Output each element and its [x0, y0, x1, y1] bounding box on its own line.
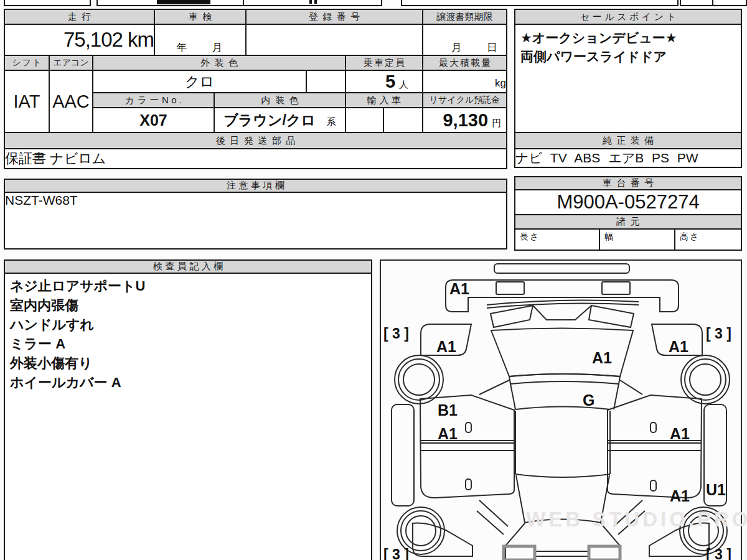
capacity-header: 乗車定員	[345, 55, 423, 70]
tail-light-right	[589, 546, 620, 560]
auction-sheet: 走行 車検 登録番号 譲渡書類期限 75,102 km 年 月 月 日 シフト …	[0, 0, 747, 560]
rear-quarter-left	[413, 523, 472, 556]
door-handle-right-rear	[651, 480, 656, 491]
dimensions-header: 諸元	[515, 215, 741, 229]
sales-point-line1: ★オークションデビュー★	[520, 29, 736, 47]
cutoff-cell	[243, 0, 382, 6]
oem-equipment-value: ナビ TV ABS エアB PS PW	[515, 149, 741, 167]
notes-header: 注意事項欄	[4, 179, 507, 192]
inspection-date-value: 年 月	[154, 24, 246, 55]
height-label: 高さ	[675, 230, 741, 243]
mark-roof: G	[583, 391, 594, 409]
chassis-number-value: M900A-0527274	[515, 190, 741, 215]
rear-bumper-lines	[535, 551, 589, 556]
inspector-note-line: 室内内張傷	[10, 296, 366, 315]
front-fender-left	[421, 324, 471, 355]
chassis-number-header: 車台番号	[515, 177, 741, 190]
chassis-panel: 車台番号 M900A-0527274 諸元 長さ 幅 高さ	[514, 176, 742, 251]
rear-quarter-right	[649, 523, 709, 556]
wheel-front-right	[681, 355, 730, 404]
interior-color-value: ブラウン/クロ	[223, 112, 316, 128]
roof-rear-band	[525, 520, 601, 523]
roof-front-band	[509, 374, 620, 384]
width-cell: 幅	[599, 229, 675, 250]
recycle-deposit-header: リサイクル預託金	[423, 93, 507, 108]
tailgate-sides	[505, 523, 620, 560]
watermark: WEB STUDIO.PRO	[526, 508, 747, 531]
import-value-cell	[345, 108, 383, 133]
color-no-value: X07	[93, 108, 214, 133]
cowl-strip	[487, 300, 639, 308]
tail-light-left	[504, 546, 535, 560]
wheel-rear-right	[680, 507, 727, 554]
door-handle-right-front	[651, 422, 656, 432]
length-label: 長さ	[515, 230, 599, 243]
registration-value	[246, 24, 423, 55]
later-parts-value: 保証書 ナビロム	[4, 149, 507, 169]
cutoff-text-fragment	[157, 0, 210, 4]
rocker-sill-left	[392, 404, 414, 506]
door-handle-left-rear	[466, 479, 471, 490]
mark-left-door-b1: B1	[438, 401, 458, 419]
mark-right-door-upper: A1	[670, 425, 690, 442]
mark-right-fender: A1	[669, 338, 688, 355]
a-pillar-fold-left	[479, 380, 509, 394]
front-bumper	[494, 264, 629, 273]
exterior-color-header: 外装色	[93, 55, 345, 70]
cutoff-cell	[712, 0, 747, 6]
wiper-center-notch	[533, 306, 591, 320]
registration-header: 登録番号	[246, 9, 423, 24]
capacity-value: 5	[385, 72, 395, 91]
oem-equipment-header: 純正装備	[515, 133, 741, 149]
rocker-sill-right	[704, 404, 726, 506]
rear-fold-left	[477, 500, 508, 534]
max-load-header: 最大積載量	[423, 55, 507, 70]
rear-fold-right	[614, 500, 645, 534]
inspector-note-line: ハンドルすれ	[10, 315, 366, 334]
inspection-header: 車検	[154, 9, 246, 24]
mark-windshield: A1	[592, 349, 612, 366]
inspector-note-line: ネジ止ロアサポートU	[10, 276, 366, 296]
wiper-right	[589, 306, 634, 327]
inspector-note-line: ホイールカバー A	[10, 373, 366, 392]
cutoff-cell	[680, 0, 715, 6]
a-pillar-fold-right	[620, 380, 642, 394]
cutoff-text-fragment	[314, 0, 317, 4]
exterior-color-extra-cell	[306, 70, 345, 93]
roof-column	[515, 411, 610, 474]
odometer-value: 75,102 km	[4, 24, 154, 55]
capacity-unit: 人	[399, 79, 408, 90]
inspector-notes-box: 検査員記入欄 ネジ止ロアサポートU 室内内張傷 ハンドルすれ ミラー A 外装小…	[4, 259, 372, 560]
length-cell: 長さ	[515, 229, 599, 250]
wheel-rear-left	[397, 507, 444, 554]
sales-point-header: セールスポイント	[515, 9, 741, 24]
max-load-unit: kg	[495, 77, 506, 89]
capacity-value-cell: 5人	[345, 70, 423, 93]
mark-hood: A1	[449, 280, 469, 297]
roof-sides-lower	[516, 475, 609, 523]
wheel-front-left	[395, 355, 443, 404]
inspector-note-line: 外装小傷有り	[10, 353, 366, 373]
mark-right-rocker-u1: U1	[706, 481, 726, 498]
later-parts-header: 後日発送部品	[4, 133, 507, 149]
shift-value: IAT	[4, 70, 49, 133]
sales-point-panel: セールスポイント ★オークションデビュー★ 両側パワースライドドア 純正装備 ナ…	[514, 9, 742, 168]
recycle-deposit-value: 9,130	[443, 110, 488, 130]
inspector-note-line: ミラー A	[10, 334, 366, 353]
transfer-date-value: 月 日	[423, 24, 507, 55]
roof-mid-band	[515, 474, 610, 477]
transfer-deadline-header: 譲渡書類期限	[423, 9, 507, 24]
notes-box: 注意事項欄 NSZT-W68T	[4, 179, 507, 250]
tire-grade-rear-right: [ 3 ]	[706, 546, 731, 560]
door-panel-left	[420, 395, 514, 498]
import-extra-cell	[383, 108, 423, 133]
roof-sides-upper	[510, 384, 619, 409]
tire-grade-rear-left: [ 3 ]	[383, 546, 409, 560]
tire-grade-front-right: [ 3 ]	[706, 325, 731, 342]
hood-detail-left	[496, 282, 524, 294]
roof-top-curve	[515, 407, 610, 410]
inspector-notes-header: 検査員記入欄	[4, 260, 372, 273]
exterior-color-value: クロ	[93, 70, 306, 93]
import-header: 輸入車	[345, 93, 423, 108]
front-fender-right	[652, 324, 702, 355]
